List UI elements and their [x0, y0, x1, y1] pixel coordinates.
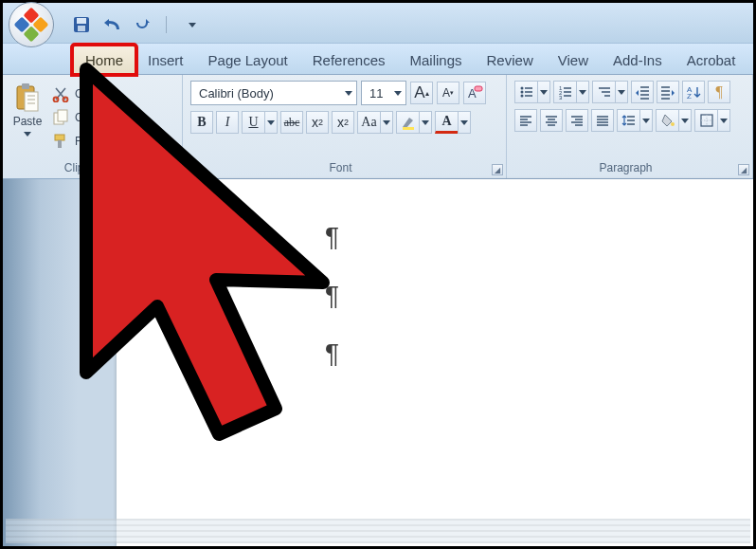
sort-button[interactable]: AZ	[682, 81, 705, 103]
chevron-down-icon[interactable]	[639, 109, 653, 132]
tab-insert[interactable]: Insert	[135, 46, 196, 74]
document-area: ¶ ¶ ¶	[3, 179, 753, 546]
chevron-down-icon	[345, 91, 352, 96]
paragraph-dialog-launcher-icon[interactable]: ◢	[738, 164, 749, 175]
group-font-title: Font	[183, 159, 506, 178]
save-icon[interactable]	[71, 14, 92, 35]
group-clipboard-title: Clipboard	[3, 159, 182, 178]
paste-button[interactable]: Paste	[9, 79, 46, 156]
change-case-button[interactable]: Aa	[357, 111, 393, 134]
font-name-dropdown[interactable]: Calibri (Body)	[190, 81, 357, 105]
chevron-down-icon[interactable]	[458, 111, 471, 134]
chevron-down-icon[interactable]	[678, 109, 692, 132]
watermark-strip	[6, 519, 750, 543]
paste-icon	[13, 82, 42, 113]
numbered-list-button[interactable]: 123	[553, 81, 589, 103]
font-size-dropdown[interactable]: 11	[361, 81, 406, 105]
svg-point-16	[520, 91, 523, 94]
chevron-down-icon[interactable]	[419, 111, 432, 134]
borders-button[interactable]	[694, 109, 730, 132]
tab-home[interactable]: Home	[73, 46, 135, 74]
svg-rect-13	[475, 86, 482, 91]
svg-rect-1	[77, 18, 86, 24]
clear-formatting-button[interactable]: A	[463, 82, 486, 104]
svg-rect-2	[78, 26, 85, 31]
redo-icon[interactable]	[132, 14, 153, 35]
svg-text:Z: Z	[687, 92, 692, 100]
paste-label: Paste	[13, 115, 43, 128]
office-button[interactable]	[9, 2, 54, 47]
bullet-list-button[interactable]	[514, 81, 550, 103]
group-paragraph: 123 AZ ¶ Paragraph ◢	[507, 75, 753, 178]
font-dialog-launcher-icon[interactable]: ◢	[492, 164, 503, 175]
ribbon: Paste Cut Copy Format Painter	[3, 75, 753, 179]
underline-button[interactable]: U	[242, 111, 278, 134]
format-painter-button[interactable]: Format Painter	[52, 131, 150, 152]
subscript-button[interactable]: x2	[306, 111, 329, 134]
superscript-button[interactable]: x2	[332, 111, 354, 134]
font-name-value: Calibri (Body)	[199, 86, 274, 101]
chevron-down-icon[interactable]	[615, 81, 628, 103]
qat-separator	[166, 16, 175, 33]
svg-rect-14	[403, 127, 414, 130]
show-hide-button[interactable]: ¶	[708, 81, 730, 103]
shrink-font-button[interactable]: A▾	[437, 82, 459, 104]
quick-access-toolbar	[71, 14, 196, 35]
italic-button[interactable]: I	[216, 111, 239, 134]
paragraph-mark: ¶	[325, 266, 715, 325]
chevron-down-icon[interactable]	[537, 81, 550, 103]
align-right-button[interactable]	[566, 109, 588, 132]
tab-review[interactable]: Review	[475, 46, 546, 74]
font-size-value: 11	[369, 86, 383, 101]
svg-rect-10	[55, 135, 64, 140]
align-left-button[interactable]	[514, 109, 537, 132]
tab-mailings[interactable]: Mailings	[398, 46, 475, 74]
tab-addins[interactable]: Add-Ins	[601, 46, 675, 74]
align-center-button[interactable]	[540, 109, 563, 132]
copy-icon	[52, 109, 69, 126]
cut-button[interactable]: Cut	[52, 83, 150, 104]
group-clipboard: Paste Cut Copy Format Painter	[3, 75, 183, 178]
group-paragraph-title: Paragraph	[507, 159, 752, 178]
svg-rect-5	[25, 92, 38, 111]
clipboard-dialog-launcher-icon[interactable]: ◢	[168, 164, 179, 175]
qat-customize-icon[interactable]	[189, 23, 196, 27]
tab-references[interactable]: References	[300, 46, 398, 74]
group-font: Calibri (Body) 11 A▴ A▾ A B I U abc x2 x…	[183, 75, 507, 178]
chevron-down-icon[interactable]	[380, 111, 393, 134]
titlebar	[3, 3, 753, 43]
undo-icon[interactable]	[101, 14, 122, 35]
chevron-down-icon[interactable]	[576, 81, 589, 103]
paste-dropdown-icon[interactable]	[24, 132, 31, 137]
chevron-down-icon	[394, 91, 402, 96]
chevron-down-icon[interactable]	[264, 111, 278, 134]
ribbon-tabs: Home Insert Page Layout References Maili…	[3, 43, 753, 75]
svg-rect-9	[58, 110, 67, 121]
format-painter-label: Format Painter	[75, 135, 150, 148]
tab-acrobat[interactable]: Acrobat	[675, 46, 748, 74]
grow-font-button[interactable]: A▴	[410, 82, 433, 104]
format-painter-icon	[52, 133, 69, 150]
increase-indent-button[interactable]	[657, 81, 679, 103]
tab-page-layout[interactable]: Page Layout	[196, 46, 300, 74]
decrease-indent-button[interactable]	[631, 81, 654, 103]
svg-text:3: 3	[559, 95, 563, 100]
copy-button[interactable]: Copy	[52, 107, 150, 128]
highlight-button[interactable]	[396, 111, 432, 134]
paragraph-mark: ¶	[325, 324, 715, 383]
document-page[interactable]: ¶ ¶ ¶	[117, 179, 753, 546]
shading-button[interactable]	[656, 109, 692, 132]
strikethrough-button[interactable]: abc	[280, 111, 303, 134]
svg-point-23	[671, 122, 675, 126]
justify-button[interactable]	[591, 109, 614, 132]
cut-label: Cut	[75, 87, 93, 101]
font-color-button[interactable]: A	[435, 111, 471, 134]
svg-rect-4	[22, 83, 29, 89]
cut-icon	[52, 85, 69, 102]
bold-button[interactable]: B	[190, 111, 213, 134]
multilevel-list-button[interactable]	[592, 81, 628, 103]
line-spacing-button[interactable]	[617, 109, 653, 132]
tab-view[interactable]: View	[546, 46, 601, 74]
chevron-down-icon[interactable]	[717, 109, 730, 132]
svg-point-15	[520, 87, 523, 90]
